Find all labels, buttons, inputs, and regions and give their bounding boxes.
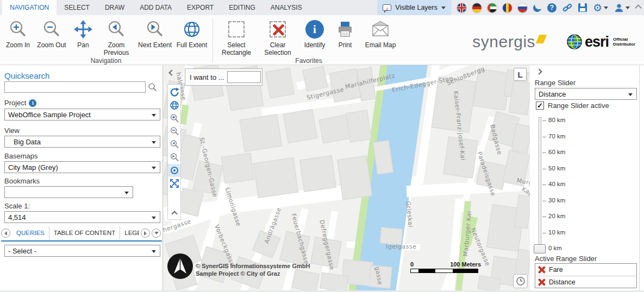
i-want-to-input[interactable]	[227, 71, 261, 83]
building	[380, 227, 403, 245]
map-zoom-out-button[interactable]	[168, 125, 180, 138]
next-extent-button[interactable]: Next Extent	[136, 18, 174, 49]
menu-tabs: NAVIGATIONSELECTDRAWADD DATAEXPORTEDITIN…	[0, 0, 310, 15]
slider-tick	[542, 217, 546, 217]
chevron-down-icon	[604, 7, 608, 9]
person-icon	[614, 3, 624, 12]
palette-collapse-button[interactable]	[171, 211, 177, 217]
tab-queries[interactable]: QUERIES	[12, 226, 49, 240]
remove-x-icon[interactable]	[537, 278, 545, 286]
menu-tab-editing[interactable]: EDITING	[221, 0, 263, 15]
search-icon[interactable]	[148, 82, 157, 92]
i-want-to-box: I want to ...	[185, 68, 262, 86]
identify-button[interactable]: i Identify	[298, 18, 331, 49]
time-slider-button[interactable]	[513, 274, 528, 288]
active-range-slider-title: Active Range Slider	[535, 255, 597, 263]
map-zoom-next-button[interactable]	[168, 151, 180, 164]
full-extent-button[interactable]: Full Extent	[174, 18, 210, 49]
range-slider-thumb[interactable]	[534, 244, 546, 253]
save-button[interactable]	[578, 3, 587, 12]
zoom-out-button[interactable]: Zoom Out	[34, 18, 70, 49]
slider-tick-label: 30 km	[548, 197, 565, 204]
active-range-item: Distance	[535, 276, 636, 288]
magnifier-plus-icon	[8, 18, 28, 40]
quicksearch-input[interactable]	[4, 81, 146, 93]
basemaps-select[interactable]: City Map (Grey)	[4, 161, 160, 173]
pan-button[interactable]: Pan	[70, 18, 97, 49]
slider-tick	[542, 169, 546, 169]
zoom-previous-button[interactable]: Zoom Previous	[97, 18, 136, 57]
panel-edge	[639, 65, 640, 290]
remove-x-icon[interactable]	[537, 266, 545, 274]
scale-select[interactable]: 4,514	[4, 211, 160, 223]
tabs-scroll-left-button[interactable]	[1, 228, 10, 238]
menu-tab-select[interactable]: SELECT	[57, 0, 97, 15]
clear-selection-button[interactable]: Clear Selection	[257, 18, 298, 57]
collapse-right-panel-button[interactable]	[536, 68, 542, 74]
menu-tab-add-data[interactable]: ADD DATA	[132, 0, 179, 15]
tabs-scroll-right-button[interactable]	[141, 228, 150, 238]
menu-tab-draw[interactable]: DRAW	[97, 0, 132, 15]
settings-button[interactable]: ⚙	[593, 3, 608, 13]
flag-russia-button[interactable]	[518, 3, 527, 12]
flag-romania-button[interactable]	[503, 3, 512, 12]
dashed-rectangle-x-icon	[270, 18, 286, 40]
left-panel: Quicksearch Project i WebOffice Sample P…	[0, 65, 163, 290]
link-button[interactable]	[562, 3, 572, 12]
query-select[interactable]: - Select -	[4, 245, 160, 257]
slider-tick	[542, 120, 546, 121]
map-full-extent-button[interactable]	[168, 99, 180, 112]
scalebar-start: 0	[410, 261, 414, 268]
project-label: Project i	[4, 99, 36, 107]
range-slider-title: Range Slider	[535, 79, 576, 87]
gear-icon: ⚙	[593, 3, 602, 13]
toolbar-group-favorites: Select Rectangle Clear Selection i Ident…	[214, 15, 404, 65]
map-locate-button[interactable]	[168, 164, 180, 177]
menubar: NAVIGATIONSELECTDRAWADD DATAEXPORTEDITIN…	[0, 0, 644, 15]
slider-tick	[542, 153, 546, 153]
map-zoom-previous-button[interactable]	[168, 138, 180, 151]
zoom-in-button[interactable]: Zoom In	[2, 18, 34, 49]
print-button[interactable]: Print	[331, 18, 359, 49]
range-slider-active-checkbox[interactable]: ✓	[536, 101, 544, 110]
map-zoom-in-button[interactable]	[168, 112, 180, 125]
active-tab-underline	[1, 240, 162, 242]
flag-germany-button[interactable]	[472, 3, 482, 12]
flag-uae-button[interactable]	[487, 3, 497, 12]
overview-map-button[interactable]: L	[514, 68, 527, 81]
menu-tab-analysis[interactable]: ANALYSIS	[263, 0, 310, 15]
bookmarks-select[interactable]	[4, 186, 133, 198]
help-button[interactable]: ?	[547, 3, 557, 12]
menu-tab-navigation[interactable]: NAVIGATION	[2, 0, 57, 15]
tab-legend[interactable]: LEGEND	[120, 226, 139, 240]
project-select[interactable]: WebOffice Sample Project	[4, 109, 160, 120]
moon-icon[interactable]	[532, 2, 542, 13]
flag-uk-button[interactable]	[457, 3, 466, 12]
select-rectangle-button[interactable]: Select Rectangle	[216, 18, 257, 57]
weboffice-app: NAVIGATIONSELECTDRAWADD DATAEXPORTEDITIN…	[0, 0, 644, 292]
view-select[interactable]: Big Data	[4, 136, 160, 148]
building	[337, 156, 372, 200]
slider-tick-label: 50 km	[548, 165, 565, 172]
collapse-left-panel-button[interactable]	[168, 69, 174, 75]
map-canvas[interactable]: halgasseMariahilferplatzStigergasseErich…	[163, 65, 530, 290]
esri-logo: esri Official Distributor	[567, 34, 635, 50]
toolbar-group-navigation: Zoom In Zoom Out	[0, 15, 212, 65]
slider-tick-label: 80 km	[548, 117, 565, 123]
map-expand-button[interactable]	[168, 177, 180, 190]
info-icon[interactable]: i	[29, 99, 36, 107]
tabs-dropdown-button[interactable]	[152, 228, 161, 238]
visible-layers-button[interactable]: i Visible Layers	[377, 0, 451, 15]
envelope-icon	[371, 18, 390, 40]
map-refresh-button[interactable]	[168, 86, 180, 99]
building	[299, 155, 336, 192]
user-button[interactable]	[614, 3, 630, 12]
collapse-ribbon-button[interactable]	[635, 4, 642, 11]
range-slider-select[interactable]: Distance	[535, 88, 637, 100]
email-map-button[interactable]: Email Map	[359, 18, 402, 49]
building	[514, 195, 530, 229]
menu-tab-export[interactable]: EXPORT	[179, 0, 221, 15]
tab-table-of-content[interactable]: TABLE OF CONTENT	[49, 226, 121, 240]
range-slider-track	[539, 117, 541, 253]
building	[320, 272, 349, 290]
